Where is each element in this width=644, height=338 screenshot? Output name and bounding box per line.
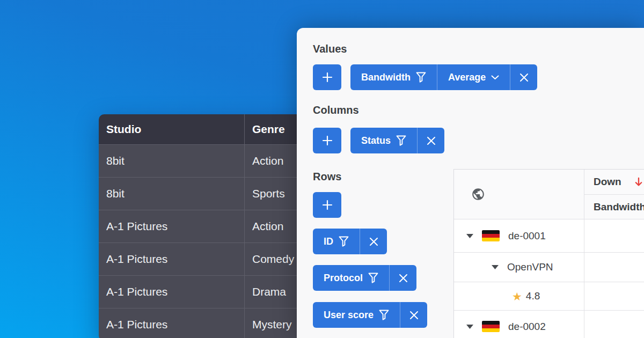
star-icon: ★: [512, 291, 522, 302]
remove-row-field-button[interactable]: [400, 302, 427, 328]
pivot-result-table: Down Bandwidth de-0001 OpenVPN ★ 4.8 de-…: [453, 169, 644, 338]
close-icon: [409, 311, 419, 320]
add-value-button[interactable]: [313, 64, 341, 90]
studio-cell: A-1 Pictures: [99, 308, 244, 338]
column-field-filter-button[interactable]: Status: [350, 128, 417, 153]
row-label: de-0002: [508, 321, 546, 333]
column-header-label: Bandwidth: [594, 201, 644, 213]
close-icon: [427, 136, 436, 145]
field-label: User score: [324, 310, 374, 321]
columns-section-label: Columns: [313, 103, 644, 117]
pivot-value-cell: [584, 311, 644, 338]
row-field-chip-id: ID: [313, 229, 387, 254]
sort-descending-icon: [634, 177, 643, 187]
plus-icon: [321, 135, 333, 146]
value-field-filter-button[interactable]: Bandwidth: [350, 64, 437, 90]
studio-cell: A-1 Pictures: [99, 210, 244, 243]
columns-field-row: Status: [313, 128, 644, 153]
row-label: de-0001: [508, 230, 546, 242]
pivot-column-header-down[interactable]: Down: [584, 170, 644, 195]
row-field-chip-protocol: Protocol: [313, 265, 416, 291]
plus-icon: [321, 199, 333, 211]
germany-flag-icon: [482, 230, 500, 241]
filter-icon: [416, 72, 426, 83]
row-field-filter-button[interactable]: Protocol: [313, 265, 389, 291]
pivot-value-cell: [584, 219, 644, 253]
pivot-column-header-bandwidth: Bandwidth: [584, 195, 644, 219]
germany-flag-icon: [482, 321, 500, 332]
close-icon: [399, 274, 408, 283]
values-field-row: Bandwidth Average: [313, 64, 644, 90]
remove-row-field-button[interactable]: [389, 265, 416, 291]
values-section-label: Values: [313, 42, 644, 56]
filter-icon: [339, 236, 349, 247]
plus-icon: [321, 71, 333, 83]
globe-icon: [471, 187, 485, 201]
add-row-field-button[interactable]: [313, 192, 341, 218]
row-label: OpenVPN: [507, 261, 553, 273]
value-field-chip: Bandwidth Average: [350, 64, 537, 90]
aggregation-dropdown[interactable]: Average: [437, 64, 510, 90]
studio-cell: 8bit: [99, 145, 244, 177]
row-label: 4.8: [526, 290, 540, 302]
aggregation-label: Average: [448, 72, 486, 83]
column-header-label: Down: [594, 176, 621, 188]
add-column-button[interactable]: [313, 128, 341, 153]
close-icon: [519, 73, 529, 82]
filter-icon: [379, 310, 389, 320]
pivot-row-label-de-0002: de-0002: [454, 311, 584, 338]
studio-cell: 8bit: [99, 178, 244, 210]
pivot-row-label-de-0001: de-0001: [454, 219, 584, 253]
filter-icon: [396, 135, 406, 146]
chevron-down-icon: [491, 75, 499, 80]
remove-row-field-button[interactable]: [360, 229, 387, 254]
field-label: Bandwidth: [361, 72, 411, 83]
pivot-row-label-user-score: ★ 4.8: [454, 282, 584, 311]
field-label: ID: [324, 236, 333, 247]
close-icon: [369, 237, 378, 246]
row-field-filter-button[interactable]: User score: [313, 302, 400, 328]
pivot-value-cell: [584, 253, 644, 282]
field-label: Protocol: [324, 273, 363, 284]
remove-column-field-button[interactable]: [417, 128, 444, 153]
collapse-chevron-icon[interactable]: [492, 265, 499, 269]
row-field-filter-button[interactable]: ID: [313, 229, 360, 254]
pivot-row-label-openvpn: OpenVPN: [454, 253, 584, 282]
collapse-chevron-icon[interactable]: [466, 234, 473, 238]
row-field-chip-user-score: User score: [313, 302, 427, 328]
remove-value-field-button[interactable]: [510, 64, 537, 90]
field-label: Status: [361, 135, 391, 146]
studio-cell: A-1 Pictures: [99, 243, 244, 275]
studio-cell: A-1 Pictures: [99, 276, 244, 308]
filter-icon: [368, 273, 378, 283]
collapse-chevron-icon[interactable]: [466, 325, 473, 329]
studio-column-header: Studio: [99, 114, 244, 144]
pivot-value-cell: [584, 282, 644, 311]
pivot-corner-header-cell: [454, 170, 584, 219]
column-field-chip: Status: [350, 128, 444, 153]
